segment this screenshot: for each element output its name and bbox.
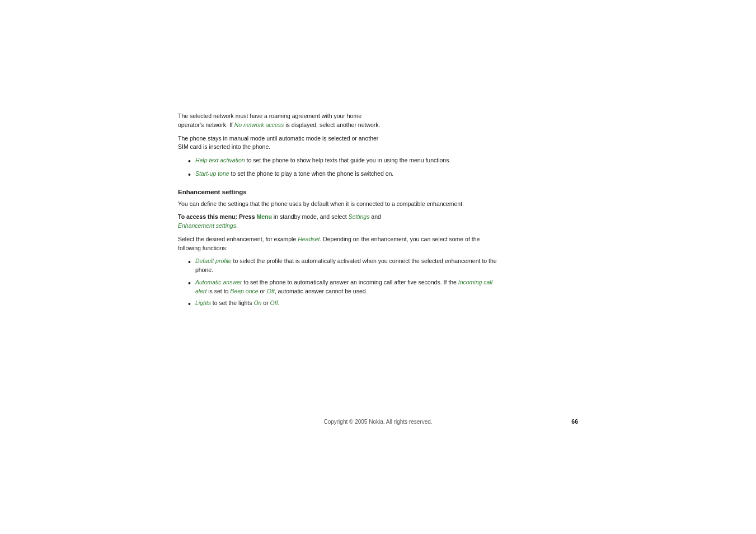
bullet-text-1: Help text activation to set the phone to… [195, 156, 497, 165]
bullet4-or: or [259, 288, 267, 294]
bullet-text-5: Lights to set the lights On or Off. [195, 299, 497, 308]
bullet-text-4: Automatic answer to set the phone to aut… [195, 278, 497, 296]
no-network-access-text: No network access [234, 121, 284, 128]
bullet2-body: to set the phone to play a tone when the… [229, 170, 394, 177]
section-intro-para: You can define the settings that the pho… [178, 200, 497, 209]
para1-line1: The selected network must have a roaming… [178, 113, 361, 119]
para1-suffix: is displayed, select another network. [284, 121, 380, 128]
help-text-activation-label: Help text activation [195, 157, 245, 163]
page-number: 66 [571, 418, 578, 425]
off-label-2: Off [270, 299, 278, 306]
para-roaming: The selected network must have a roaming… [178, 112, 497, 130]
bullet1-body: to set the phone to show help texts that… [245, 157, 451, 163]
bullet-dot-1: • [188, 157, 191, 166]
on-label: On [253, 299, 261, 306]
bullet-item-automatic-answer: • Automatic answer to set the phone to a… [188, 278, 497, 296]
footer-page-number: 66 [571, 418, 578, 425]
access-in-standby: in standby mode, and select [272, 213, 349, 220]
default-profile-label: Default profile [195, 257, 232, 264]
bullet4-body-3: , automatic answer cannot be used. [275, 288, 368, 294]
bullet5-period: . [278, 299, 280, 306]
lights-label: Lights [195, 299, 211, 306]
bullet-item-lights: • Lights to set the lights On or Off. [188, 299, 497, 309]
select-para-prefix: Select the desired enhancement, for exam… [178, 236, 298, 242]
access-press: Press [239, 213, 257, 220]
copyright-text: Copyright © 2005 Nokia. All rights reser… [323, 419, 432, 425]
para1-prefix: operator's network. If [178, 121, 234, 128]
bullet-list-2: • Default profile to select the profile … [188, 257, 497, 309]
para2-line2: SIM card is inserted into the phone. [178, 143, 270, 150]
para2-line1: The phone stays in manual mode until aut… [178, 135, 378, 142]
content-area: The selected network must have a roaming… [178, 112, 497, 313]
bullet-dot-4: • [188, 279, 191, 288]
access-menu-para: To access this menu: Press Menu in stand… [178, 213, 497, 231]
bullet-text-3: Default profile to select the profile th… [195, 257, 497, 275]
access-period: . [236, 222, 238, 229]
bullet-list-1: • Help text activation to set the phone … [188, 156, 497, 180]
bullet-dot-5: • [188, 299, 191, 309]
section-heading-enhancement: Enhancement settings [178, 189, 497, 195]
beep-once-label: Beep once [230, 288, 258, 294]
access-and: and [369, 213, 381, 220]
off-label-1: Off [267, 288, 275, 294]
footer-copyright: Copyright © 2005 Nokia. All rights reser… [0, 419, 756, 425]
bullet5-prefix: to set the lights [211, 299, 253, 306]
startup-tone-label: Start-up tone [195, 170, 229, 177]
bullet5-or: or [261, 299, 270, 306]
select-enhancement-para: Select the desired enhancement, for exam… [178, 235, 497, 253]
bullet-text-2: Start-up tone to set the phone to play a… [195, 170, 497, 179]
bullet3-body: to select the profile that is automatica… [195, 257, 497, 273]
bullet-item-help-text: • Help text activation to set the phone … [188, 156, 497, 166]
bullet4-body-1: to set the phone to automatically answer… [242, 279, 458, 285]
bullet-dot-2: • [188, 170, 191, 180]
bullet4-body-2: is set to [206, 288, 230, 294]
page: The selected network must have a roaming… [0, 0, 756, 534]
menu-label: Menu [256, 213, 271, 220]
automatic-answer-label: Automatic answer [195, 279, 242, 285]
para1-line2: operator's network. If No network access… [178, 121, 381, 128]
para-manual-mode: The phone stays in manual mode until aut… [178, 134, 497, 152]
settings-label: Settings [348, 213, 369, 220]
access-prefix: To access this menu: [178, 213, 239, 220]
headset-label: Headset [298, 236, 320, 242]
bullet-item-startup-tone: • Start-up tone to set the phone to play… [188, 170, 497, 180]
enhancement-settings-label: Enhancement settings [178, 222, 236, 229]
bullet-item-default-profile: • Default profile to select the profile … [188, 257, 497, 275]
bullet-dot-3: • [188, 257, 191, 267]
